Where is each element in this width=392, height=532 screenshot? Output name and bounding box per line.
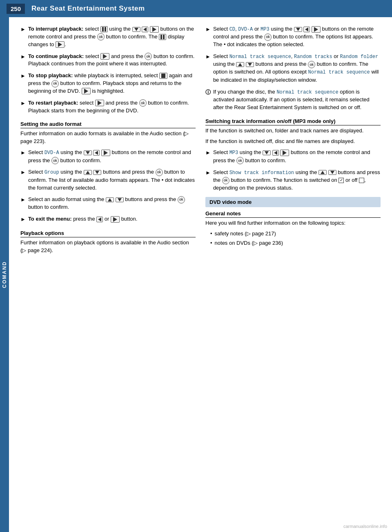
- mp3-link-r: MP3: [261, 27, 270, 32]
- next-btn-exit: [111, 216, 120, 223]
- normal-track-link: Normal track sequence: [229, 54, 291, 60]
- up-btn-st: [318, 170, 327, 175]
- dot-bullet-safety: •: [210, 230, 212, 238]
- stop-icon: [161, 74, 165, 78]
- play-btn-continue: [100, 53, 109, 60]
- pause-icon-box: [159, 34, 166, 40]
- main-content: ► To interrupt playback: select using th…: [9, 17, 392, 266]
- down-icon-af: [118, 198, 122, 201]
- bullet-content-show-track: Select Show track information using the …: [213, 169, 381, 192]
- section-heading-switching: Switching track information on/off (MP3 …: [205, 118, 381, 125]
- group-link: Group: [45, 170, 59, 175]
- mp3-link: MP3: [229, 150, 238, 156]
- down-icon-mp3: [265, 151, 269, 154]
- info-bullet-track-seq: ⓘ If you change the disc, the Normal tra…: [205, 88, 381, 112]
- section-text-switching-on: If the function is switched on, folder a…: [205, 127, 381, 135]
- next-btn-cd: [312, 26, 321, 33]
- label-continue: To continue playback:: [28, 53, 84, 59]
- ok-btn-mp3: ok: [236, 157, 244, 164]
- dot-bullet-dvds: •: [210, 239, 212, 247]
- up-icon-af: [108, 198, 112, 201]
- nav-buttons-box-2: [142, 27, 148, 32]
- down-icon-dvda: [86, 151, 90, 154]
- sidebar-label: COMAND: [2, 261, 7, 288]
- left-column: ► To interrupt playback: select using th…: [20, 25, 196, 258]
- dvda-link: DVD-A: [45, 150, 59, 156]
- header-title: Rear Seat Entertainment System: [31, 4, 145, 13]
- bullet-arrow-cd-dvda-mp3: ►: [205, 25, 211, 49]
- random-tracks-link: Random tracks: [294, 54, 332, 60]
- bullet-arrow-exit: ►: [20, 215, 26, 224]
- ok-btn-st: ok: [222, 177, 229, 184]
- section-text-switching-off: If the function is switched off, disc an…: [205, 138, 381, 145]
- general-notes-heading: General notes: [205, 210, 381, 218]
- stop-btn-box: [159, 73, 167, 79]
- prev-btn-dvda: [93, 150, 100, 156]
- down-icon-cd: [296, 28, 300, 31]
- bullet-content-restart: To restart playback: select and press th…: [28, 99, 196, 115]
- up-icon-ts: [238, 63, 242, 66]
- bullet-select-group: ► Select Group using the buttons and pre…: [20, 168, 196, 192]
- up-icon-group: [86, 171, 90, 174]
- ok-btn-cd: ok: [264, 34, 272, 41]
- down-btn-af: [116, 197, 124, 202]
- bullet-restart: ► To restart playback: select and press …: [20, 99, 196, 115]
- ok-button: ok: [97, 33, 105, 40]
- play-btn-restart: [95, 100, 104, 106]
- bullet-content-cd-dvda-mp3: Select CD, DVD-A or MP3 using the button…: [213, 25, 381, 49]
- play-icon-restart: [98, 101, 102, 105]
- section-heading-audio-format: Setting the audio format: [20, 121, 196, 128]
- ok-btn-af: ok: [178, 196, 185, 203]
- down-btn-dvda: [84, 150, 92, 155]
- down-icon-st: [330, 171, 334, 174]
- down-btn-cd: [294, 27, 302, 32]
- next-icon-exit: [113, 217, 117, 222]
- bullet-select-audio-format: ► Select an audio format using the butto…: [20, 196, 196, 211]
- section-text-playback-options: Further information on playback options …: [20, 239, 196, 255]
- nav-buttons-box-1: [132, 27, 140, 32]
- bullet-content-continue: To continue playback: select and press t…: [28, 53, 196, 68]
- play-icon: [58, 42, 62, 47]
- bullet-stop: ► To stop playback: while playback is in…: [20, 72, 196, 95]
- bullet-arrow-audio-format: ►: [20, 196, 26, 211]
- bullet-interrupt: ► To interrupt playback: select using th…: [20, 25, 196, 49]
- ok-btn-restart: ok: [139, 99, 147, 107]
- bullet-arrow-restart: ►: [20, 99, 26, 115]
- header-bar: 250 Rear Seat Entertainment System: [0, 0, 392, 17]
- label-interrupt: To interrupt playback:: [28, 26, 84, 32]
- bullet-select-dvda: ► Select DVD-A using the buttons on the …: [20, 149, 196, 164]
- down-icon-ts: [248, 63, 252, 66]
- up-btn-af: [106, 197, 114, 202]
- nav-buttons-box-3: [150, 26, 159, 33]
- bullet-arrow-show-track: ►: [205, 169, 211, 192]
- bullet-arrow-track-seq: ►: [205, 53, 211, 84]
- ok-btn-stop: ok: [51, 80, 59, 87]
- random-folder-link: Random folder: [340, 54, 379, 60]
- dvda-link-r: DVD-A: [238, 27, 253, 32]
- prev-btn-cd: [303, 27, 310, 32]
- checkbox-checked-icon: ✓: [339, 178, 344, 183]
- bullet-show-track-info: ► Select Show track information using th…: [205, 169, 381, 192]
- bullet-arrow-stop: ►: [20, 72, 26, 95]
- label-exit: To exit the menu:: [28, 216, 72, 222]
- down-btn-group: [93, 170, 101, 175]
- general-notes-list: • safety notes (▷ page 217) • notes on D…: [210, 230, 381, 247]
- section-text-audio-format: Further information on audio formats is …: [20, 130, 196, 145]
- general-notes-intro: Here you will find further information o…: [205, 219, 381, 227]
- bullet-content-group: Select Group using the buttons and press…: [28, 168, 196, 192]
- ok-btn-continue: ok: [145, 53, 152, 60]
- info-icon: ⓘ: [205, 88, 211, 112]
- label-stop: To stop playback:: [28, 72, 73, 78]
- bullet-content-mp3: Select MP3 using the buttons on the remo…: [213, 149, 381, 164]
- next-btn-mp3: [280, 150, 289, 156]
- bullet-arrow-continue: ►: [20, 53, 26, 68]
- normal-track-link-info: Normal track sequence: [276, 89, 338, 95]
- prev-btn-exit: [96, 217, 103, 222]
- normal-track-link-2: Normal track sequence: [308, 69, 370, 75]
- next-icon-mp3: [283, 150, 287, 155]
- bullet-content-stop: To stop playback: while playback is inte…: [28, 72, 196, 95]
- label-restart: To restart playback:: [28, 100, 78, 106]
- down-btn-ts: [246, 62, 254, 67]
- section-heading-playback-options: Playback options: [20, 230, 196, 237]
- down-btn-mp3: [263, 150, 271, 155]
